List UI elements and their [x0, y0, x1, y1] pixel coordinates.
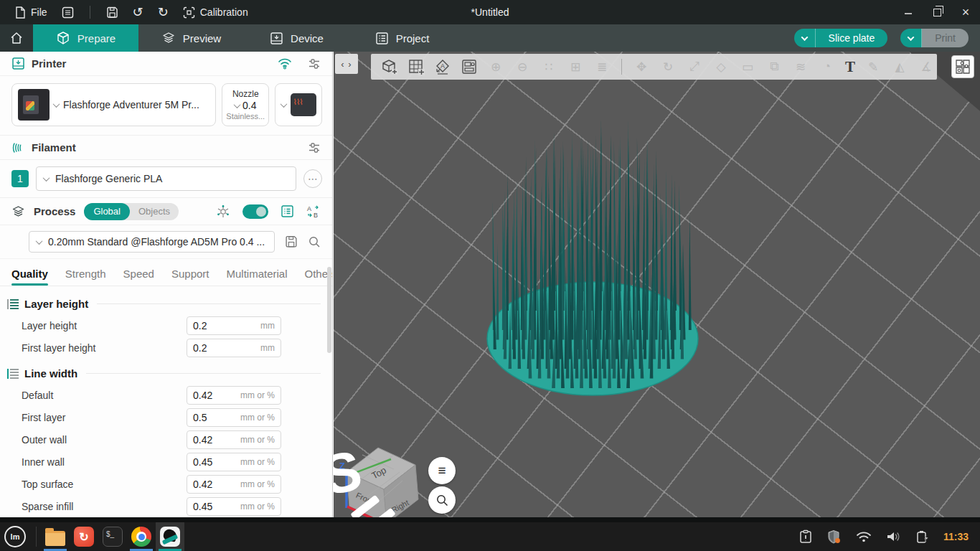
viewport-3d[interactable]: S ‹ › A ⊕⊖∷⊞≣✥↻⤢◇▭⧉≋◔ [334, 52, 980, 522]
process-preset-name: 0.20mm Standard @Flashforge AD5M Pro 0.4… [48, 236, 265, 248]
tab-prepare-label: Prepare [77, 32, 116, 44]
plate-select[interactable] [275, 83, 322, 126]
power-manager-icon[interactable] [915, 529, 929, 544]
mint-menu-button[interactable]: lm [4, 526, 26, 547]
scope-objects-button[interactable]: Objects [130, 206, 179, 217]
restore-button[interactable] [923, 0, 951, 24]
add-cube-icon [381, 58, 398, 75]
toolbar-disabled-icon: ✥ [633, 58, 650, 75]
line-width-group-icon [7, 369, 19, 379]
default-line-width-input[interactable]: 0.42mm or % [187, 386, 281, 405]
slice-plate-button[interactable]: Slice plate [794, 29, 888, 47]
group-layer-height: Layer height [0, 292, 332, 314]
internal-solid-infill-input[interactable]: 0.42mm or % [187, 519, 281, 523]
panel-scrollbar[interactable] [327, 267, 331, 353]
auto-orient-button[interactable]: A [434, 58, 451, 75]
nozzle-select[interactable]: Nozzle 0.4 Stainless... [222, 83, 269, 126]
setting-row-layer-height: Layer height 0.2mm [0, 314, 332, 336]
inner-wall-input[interactable]: 0.45mm or % [187, 453, 281, 471]
top-surface-input[interactable]: 0.42mm or % [187, 475, 281, 494]
file-menu[interactable]: File [10, 0, 52, 24]
advanced-mode-icon[interactable] [216, 204, 230, 219]
calibration-button[interactable]: Calibration [179, 0, 253, 24]
slicer-app-button[interactable] [156, 522, 184, 551]
toolbar-disabled-icon: ◇ [712, 58, 730, 75]
system-tray: 11:33 [799, 529, 980, 545]
outer-wall-input[interactable]: 0.42mm or % [187, 430, 281, 449]
tab-support[interactable]: Support [171, 263, 209, 286]
setting-row-default: Default 0.42mm or % [0, 384, 332, 406]
print-dropdown[interactable] [900, 29, 922, 47]
toolbar-disabled-icon: ∡ [918, 58, 935, 75]
add-model-button[interactable] [381, 58, 398, 75]
new-file-icon [14, 6, 26, 19]
arrange-button[interactable] [461, 58, 478, 75]
print-button[interactable]: Print [900, 29, 969, 47]
media-app-button[interactable]: ↻ [70, 522, 98, 551]
filament-slot-badge[interactable]: 1 [11, 170, 29, 187]
minimize-button[interactable] [894, 0, 923, 24]
close-button[interactable]: × [951, 0, 980, 24]
save-preset-icon[interactable] [285, 235, 298, 248]
tab-quality[interactable]: Quality [11, 263, 48, 286]
volume-icon[interactable] [886, 530, 901, 543]
advanced-toggle[interactable] [242, 204, 268, 219]
chrome-app-button[interactable] [127, 522, 156, 551]
setting-row-outer-wall: Outer wall 0.42mm or % [0, 428, 332, 451]
tab-project[interactable]: Project [349, 24, 455, 52]
layer-height-input[interactable]: 0.2mm [187, 316, 281, 335]
wifi-tray-icon[interactable] [856, 531, 872, 543]
slice-dropdown[interactable] [794, 29, 816, 47]
save-button[interactable] [102, 0, 123, 24]
print-label: Print [922, 29, 969, 47]
mint-logo: lm [11, 532, 20, 541]
chevron-down-icon [234, 101, 241, 108]
update-manager-icon[interactable] [799, 529, 812, 544]
terminal-app-button[interactable]: $_ [98, 522, 127, 551]
view-menu-button[interactable]: ≡ [428, 457, 456, 484]
printer-settings-icon[interactable] [308, 57, 321, 70]
zoom-search-button[interactable] [428, 486, 456, 514]
first-layer-height-input[interactable]: 0.2mm [187, 339, 281, 357]
filament-name: Flashforge Generic PLA [55, 173, 162, 184]
tab-prepare[interactable]: Prepare [33, 24, 138, 52]
wifi-icon[interactable] [278, 57, 292, 70]
printer-select[interactable]: Flashforge Adventurer 5M Pr... [11, 83, 216, 126]
firewall-shield-icon[interactable] [826, 529, 842, 545]
main-area: Printer Flashforge Adventurer 5M Pr... N… [0, 52, 980, 522]
scope-global-button[interactable]: Global [84, 203, 130, 220]
add-plate-button[interactable] [407, 58, 425, 75]
toolbar-disabled-icon: ∷ [540, 58, 557, 75]
plugin-button[interactable] [951, 55, 974, 78]
tab-speed[interactable]: Speed [123, 263, 154, 286]
files-app-button[interactable] [41, 522, 70, 551]
tab-strength[interactable]: Strength [65, 263, 106, 286]
notes-button[interactable] [57, 0, 78, 24]
printer-name: Flashforge Adventurer 5M Pr... [63, 99, 199, 110]
tab-device[interactable]: Device [244, 24, 349, 52]
first-layer-line-width-input[interactable]: 0.5mm or % [187, 408, 281, 427]
search-preset-icon[interactable] [308, 235, 321, 248]
tab-multimaterial[interactable]: Multimaterial [227, 263, 288, 286]
printer-thumbnail [18, 89, 50, 121]
chevron-down-icon [908, 34, 915, 41]
clock[interactable]: 11:33 [943, 531, 969, 542]
tab-preview[interactable]: Preview [138, 24, 244, 52]
compare-presets-icon[interactable]: AB [306, 204, 321, 218]
filament-select[interactable]: Flashforge Generic PLA [36, 166, 296, 191]
undo-button[interactable]: ↺ [128, 0, 148, 24]
restore-icon [933, 9, 941, 17]
puzzle-icon [955, 59, 971, 75]
minimize-icon [904, 8, 913, 17]
process-preset-select[interactable]: 0.20mm Standard @Flashforge AD5M Pro 0.4… [29, 231, 275, 253]
panel-collapse-button[interactable]: ‹ › [335, 54, 358, 74]
filament-more-button[interactable]: ⋯ [303, 169, 322, 188]
collapse-icon: ‹ › [341, 59, 352, 70]
sparse-infill-input[interactable]: 0.45mm or % [187, 497, 281, 516]
param-list-icon[interactable] [281, 204, 294, 218]
text-tool-button[interactable]: T [845, 58, 855, 75]
filament-settings-icon[interactable] [308, 141, 321, 154]
file-menu-label: File [31, 6, 47, 18]
redo-button[interactable]: ↻ [154, 0, 173, 24]
home-button[interactable] [0, 24, 33, 52]
